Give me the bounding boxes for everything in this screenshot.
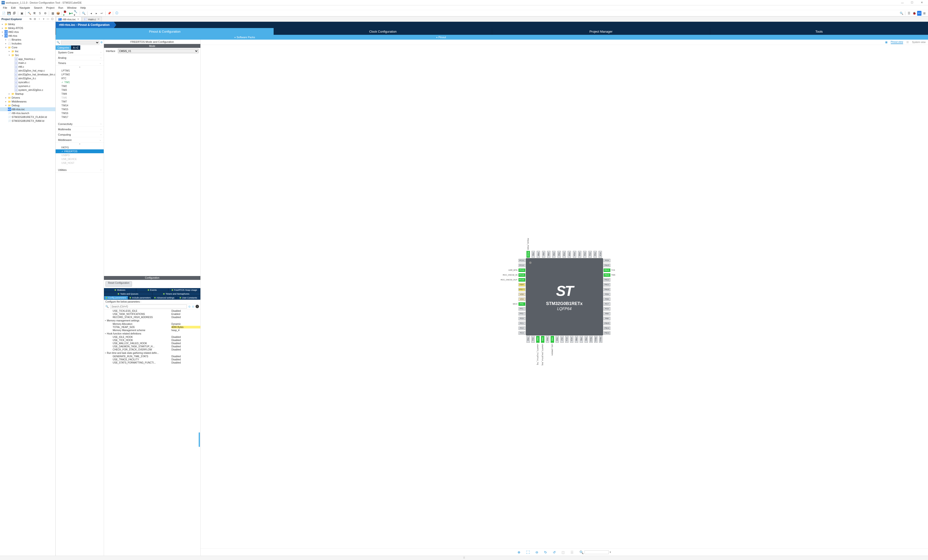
pin[interactable]: PC5	[570, 336, 573, 343]
pin[interactable]: VDD	[519, 293, 525, 296]
pin[interactable]: PF1-	[519, 307, 525, 311]
quick-access-icon[interactable]: 🔍	[899, 11, 904, 16]
pin[interactable]: RCC_OSC32_OUTPC15-	[500, 278, 525, 282]
category-item[interactable]: FATFS	[56, 145, 104, 150]
minimize-pane-icon[interactable]: —	[46, 17, 50, 21]
config-subtab[interactable]: FreeRTOS Heap Usage	[168, 288, 200, 292]
pin[interactable]: PA3USART2_RX [STLK_RX]	[541, 336, 544, 366]
pin[interactable]: PD1	[588, 251, 592, 258]
pin-editor-icon[interactable]: 📌	[107, 11, 112, 16]
category-item[interactable]: TIM16	[56, 111, 104, 115]
category-item[interactable]: TIM3	[56, 88, 104, 92]
category-item[interactable]: TIM14	[56, 104, 104, 107]
param-row[interactable]: RECORD_STACK_HIGH_ADDRESSDisabled	[104, 316, 200, 319]
pin[interactable]: PA6	[556, 336, 559, 343]
strike-icon[interactable]: S	[37, 11, 42, 16]
category-item[interactable]: FREERTOS	[56, 150, 104, 153]
category-item[interactable]: TIM6	[56, 96, 104, 99]
last-edit-icon[interactable]: ↩	[99, 11, 104, 16]
tree-item[interactable]: ▸📁Inc	[0, 49, 55, 53]
param-row[interactable]: USE_TASK_NOTIFICATIONSEnabled	[104, 313, 200, 316]
save-icon[interactable]: 💾	[6, 11, 11, 16]
pin[interactable]: PC10PIEZO_PWM	[527, 237, 530, 257]
link-with-editor-icon[interactable]: ⇆	[29, 17, 32, 21]
tree-item[interactable]: csystem_stm32g0xx.c	[0, 88, 55, 92]
search-icon[interactable]: 🔍	[105, 305, 109, 308]
pin[interactable]: PC0	[519, 317, 525, 320]
pin[interactable]: RCC_OSC32_INPC14-	[502, 273, 525, 277]
fit-icon[interactable]: ⛶	[526, 550, 530, 554]
category-group[interactable]: Middleware⌄	[56, 137, 104, 143]
pin[interactable]: PB11	[594, 336, 598, 343]
terminal-icon[interactable]: ▣	[19, 11, 24, 16]
config-tab[interactable]: Clock Configuration	[274, 28, 491, 35]
pin[interactable]: PB6	[547, 251, 550, 258]
maximize-pane-icon[interactable]: ☐	[50, 17, 54, 21]
expand-icon[interactable]: ▸	[5, 100, 7, 103]
expand-icon[interactable]: ▸	[1, 31, 4, 33]
pin[interactable]: PD4	[573, 251, 576, 258]
tree-item[interactable]: MXrtttl-rtos.ioc	[0, 107, 55, 111]
config-subtab[interactable]: Advanced settings	[152, 296, 177, 300]
pin[interactable]: PB4	[557, 251, 561, 258]
pin[interactable]: PC7	[604, 302, 611, 306]
category-search-input[interactable]	[61, 41, 99, 44]
category-item[interactable]: TIM15	[56, 107, 104, 111]
pin[interactable]: PB7	[542, 251, 545, 258]
maximize-button[interactable]: ☐	[907, 1, 917, 4]
gear-icon[interactable]: ⚙	[43, 11, 47, 16]
category-item[interactable]: RTC	[56, 76, 104, 80]
search-icon[interactable]: 🔍	[56, 41, 60, 44]
pinout-menu[interactable]: ▾Pinout	[434, 36, 928, 39]
category-item[interactable]: TIM2	[56, 84, 104, 88]
menu-window[interactable]: Window	[65, 6, 78, 9]
package-icon[interactable]: 📦	[56, 11, 60, 16]
tree-item[interactable]: ▸📁blinky	[0, 22, 55, 26]
category-item[interactable]: USB_HOST	[56, 161, 104, 165]
pin[interactable]: PD6	[563, 251, 566, 258]
view-menu-icon[interactable]: ▾	[42, 17, 45, 21]
param-next-icon[interactable]: ⊙	[192, 305, 194, 308]
expand-icon[interactable]: ▾	[1, 35, 4, 37]
pin[interactable]: USR_BTNPC13	[507, 269, 525, 272]
close-tab-icon[interactable]: ✕	[77, 18, 79, 21]
close-tab-icon[interactable]: ✕	[98, 18, 99, 21]
search-icon[interactable]: 🔍	[81, 11, 86, 16]
category-item[interactable]: TIM1	[56, 80, 104, 84]
zoom-out-icon[interactable]: ⊖	[536, 550, 538, 554]
categories-tab[interactable]: Categories	[56, 46, 71, 50]
category-group[interactable]: System Core›	[56, 50, 104, 55]
pin[interactable]: PA2USART2_TX [STLK_TX]	[536, 336, 540, 366]
expand-icon[interactable]: ▾	[5, 46, 7, 49]
project-tree[interactable]: ▸📁blinky▸📁blinky-RTOS▸IDErtttl2-rtos▾IDE…	[0, 22, 55, 555]
category-settings-icon[interactable]: ⚙	[100, 41, 103, 44]
tree-item[interactable]: ▸📁blinky-RTOS	[0, 26, 55, 30]
menu-run[interactable]: Run	[56, 6, 65, 9]
scrollbar-thumb[interactable]	[199, 432, 200, 447]
pin[interactable]: PD2	[583, 251, 586, 258]
config-subtab[interactable]: Timers and Semaphores	[152, 292, 201, 296]
tree-item[interactable]: 📄STM32G0B1RETX_FLASH.ld	[0, 115, 55, 119]
expand-icon[interactable]: ▸	[8, 50, 11, 52]
config-subtab[interactable]: Tasks and Queues	[104, 292, 152, 296]
pin[interactable]: PA11	[604, 283, 611, 287]
menu-edit[interactable]: Edit	[9, 6, 18, 9]
pin[interactable]: PB14	[604, 327, 611, 330]
category-group[interactable]: Analog›	[56, 55, 104, 60]
category-group[interactable]: Computing›	[56, 132, 104, 137]
pin-search-input[interactable]	[585, 550, 609, 554]
param-row[interactable]: USE_STATS_FORMATTING_FUNCTI...Disabled	[104, 361, 200, 364]
save-all-icon[interactable]: 🗐	[12, 11, 17, 16]
expand-icon[interactable]: ▾	[8, 54, 11, 56]
tree-item[interactable]: ▸📁Startup	[0, 92, 55, 96]
pin[interactable]: PB10	[589, 336, 593, 343]
info-icon[interactable]: ⓘ	[114, 11, 119, 16]
pin[interactable]: PD3	[578, 251, 582, 258]
expand-icon[interactable]: ▸	[1, 27, 4, 29]
tree-item[interactable]: ▸📁Drivers	[0, 96, 55, 99]
tree-item[interactable]: csyscalls.c	[0, 80, 55, 84]
menu-help[interactable]: Help	[79, 6, 88, 9]
collapse-icon[interactable]: ▴	[56, 143, 104, 145]
category-group[interactable]: Connectivity›	[56, 121, 104, 127]
collapse-all-icon[interactable]: ⊟	[33, 17, 37, 21]
